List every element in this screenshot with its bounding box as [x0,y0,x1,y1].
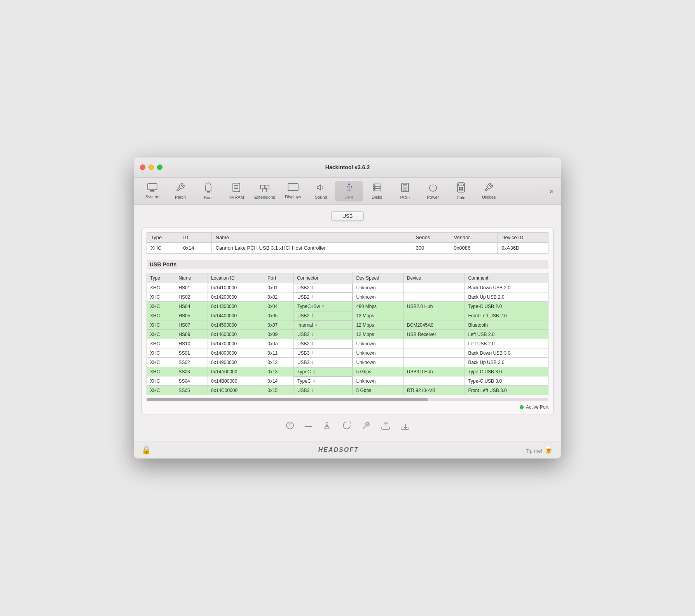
footer-logo: HEADSOFT [318,446,359,453]
svg-rect-15 [347,186,348,187]
toolbar-item-sound[interactable]: Sound [307,181,335,201]
toolbar-item-power[interactable]: Power [419,181,447,201]
controller-table: Type ID Name Series Vendor... Device ID … [147,232,548,254]
col-name: Name [211,232,412,242]
svg-point-34 [459,189,460,190]
main-panel: Type ID Name Series Vendor... Device ID … [141,227,554,415]
info-button[interactable] [286,421,294,432]
toolbar-item-utilities[interactable]: Utilities [475,181,503,201]
tip-me-label[interactable]: Tip me! 🍺 [526,445,554,455]
traffic-lights [140,164,162,170]
main-window: Hackintool v3.6.2 System Patch Boot [134,158,561,459]
port-row-8[interactable]: XHCSS020x149000000x12USB3⇕UnknownBack Up… [147,358,548,367]
toolbar-item-extensions[interactable]: Extensions [250,181,279,201]
svg-point-3 [207,191,210,192]
extensions-icon [260,183,270,194]
port-row-10[interactable]: XHCSS040x14B000000x14TypeC⇕UnknownType-C… [147,376,548,386]
legend-row: Active Port [147,404,548,410]
ports-col-comment: Comment [465,273,548,283]
toolbar-label-usb: USB [345,195,354,200]
ports-col-name: Name [175,273,208,283]
toolbar-item-boot[interactable]: Boot [194,181,222,201]
toolbar: System Patch Boot NVRAM [134,178,561,205]
usb-section-button[interactable]: USB [331,211,364,221]
col-series: Series [412,232,450,242]
svg-point-20 [374,187,375,188]
toolbar-more-button[interactable]: » [547,186,557,197]
close-button[interactable] [140,164,145,170]
svg-point-33 [462,187,463,188]
titlebar: Hackintool v3.6.2 [134,158,561,178]
active-port-dot [520,405,524,409]
port-row-7[interactable]: XHCSS010x148000000x11USB3⇕UnknownBack Do… [147,348,548,358]
content-area: USB Type ID Name Series Vendor... Device… [134,205,561,441]
ports-section: USB Ports Type Name Location ID Port Con… [147,260,548,410]
svg-rect-11 [288,184,298,191]
svg-rect-24 [403,185,407,190]
port-row-11[interactable]: XHCSS050x14C000000x15USB3⇕5 GbpsRTL9210-… [147,386,548,395]
svg-rect-30 [459,184,463,186]
toolbar-label-patch: Patch [175,195,186,200]
port-row-1[interactable]: XHCHS020x142000000x02USB2⇕UnknownBack Up… [147,292,548,302]
svg-point-31 [459,187,460,188]
beer-icon: 🍺 [544,446,554,454]
port-row-6[interactable]: XHCHS100x147000000x0AUSB2⇕UnknownLeft US… [147,339,548,348]
toolbar-label-pcie: PCIe [400,195,410,200]
svg-rect-1 [150,190,154,191]
refresh-button[interactable] [342,421,351,432]
controller-id: 0x14 [179,242,211,253]
horizontal-scrollbar[interactable] [147,398,548,401]
toolbar-label-calc: Calc [457,195,465,200]
svg-line-44 [363,427,365,429]
ports-section-title: USB Ports [147,260,548,269]
toolbar-item-pcie[interactable]: PCIe [391,181,419,201]
col-device-id: Device ID [498,232,548,242]
controller-name: Cannon Lake PCH USB 3.1 xHCI Host Contro… [211,242,412,253]
toolbar-item-nvram[interactable]: NVRAM [222,181,250,201]
port-row-2[interactable]: XHCHS040x143000000x04TypeC+Sw⇕480 MbpsUS… [147,302,548,311]
boot-icon [204,182,213,194]
pcie-icon [401,182,409,194]
toolbar-label-sound: Sound [315,195,327,200]
controller-series: 300 [412,242,450,253]
toolbar-label-extensions: Extensions [254,195,275,200]
toolbar-item-calc[interactable]: Calc [447,181,475,201]
ports-table: Type Name Location ID Port Connector Dev… [147,273,548,396]
port-row-5[interactable]: XHCHS090x146000000x09USB2⇕12 MbpsUSB Rec… [147,330,548,339]
ports-col-device: Device [403,273,465,283]
toolbar-item-displays[interactable]: Displays [279,182,307,201]
port-row-0[interactable]: XHCHS010x141000000x01USB2⇕UnknownBack Do… [147,283,548,292]
nvram-icon [232,183,241,194]
toolbar-label-boot: Boot [204,195,213,200]
svg-point-32 [461,187,461,188]
window-title: Hackintool v3.6.2 [325,164,370,170]
import-button[interactable] [381,421,390,432]
toolbar-label-nvram: NVRAM [229,195,244,200]
controller-device-id: 0xA36D [498,242,548,253]
clean-button[interactable] [323,421,332,432]
system-icon [147,183,157,193]
scrollbar-thumb [147,398,428,401]
toolbar-item-usb[interactable]: USB [335,181,363,201]
port-row-4[interactable]: XHCHS070x145000000x07Internal⇕12 MbpsBCM… [147,320,548,330]
toolbar-item-patch[interactable]: Patch [166,181,194,201]
inject-button[interactable] [362,421,370,432]
toolbar-label-power: Power [427,195,439,200]
ports-col-location: Location ID [208,273,264,283]
toolbar-item-disks[interactable]: Disks [363,181,391,201]
minimize-button[interactable] [148,164,154,170]
maximize-button[interactable] [157,164,162,170]
ports-col-devspeed: Dev Speed [353,273,403,283]
remove-button[interactable]: — [305,422,312,430]
svg-point-35 [461,189,461,190]
action-bar: — [141,415,554,435]
toolbar-label-disks: Disks [372,195,382,200]
port-row-3[interactable]: XHCHS050x144000000x05USB2⇕12 MbpsFront L… [147,311,548,320]
port-row-9[interactable]: XHCSS030x14A000000x13TypeC⇕5 GbpsUSB3.0 … [147,367,548,376]
svg-rect-4 [233,183,240,192]
toolbar-item-system[interactable]: System [138,182,166,201]
section-title-area: USB [141,211,554,221]
calc-icon [457,182,465,194]
export-button[interactable] [401,421,409,432]
controller-row[interactable]: XHC 0x14 Cannon Lake PCH USB 3.1 xHCI Ho… [147,242,548,253]
